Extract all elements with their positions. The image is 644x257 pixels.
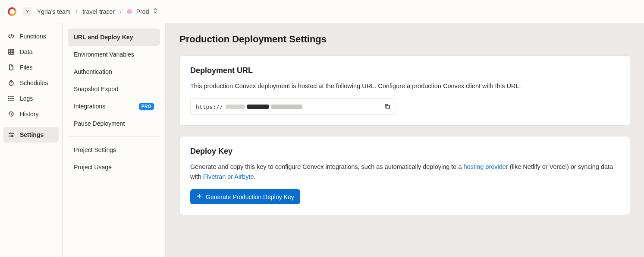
desc-text: Generate and copy this key to configure … bbox=[190, 163, 464, 170]
subnav-pause-deployment[interactable]: Pause Deployment bbox=[68, 115, 160, 132]
svg-point-9 bbox=[9, 97, 9, 97]
nav-files[interactable]: Files bbox=[3, 60, 59, 75]
hosting-provider-link[interactable]: hosting provider bbox=[464, 163, 508, 170]
file-icon bbox=[8, 64, 15, 71]
nav-label: Files bbox=[20, 64, 33, 71]
subnav-integrations[interactable]: Integrations PRO bbox=[68, 98, 160, 115]
card-heading: Deployment URL bbox=[190, 66, 619, 75]
subnav-label: Authentication bbox=[74, 68, 112, 75]
nav-data[interactable]: Data bbox=[3, 44, 59, 60]
svg-point-11 bbox=[9, 100, 9, 101]
secondary-sidebar: URL and Deploy Key Environment Variables… bbox=[62, 23, 166, 257]
env-dot-icon bbox=[127, 9, 132, 14]
generate-deploy-key-button[interactable]: Generate Production Deploy Key bbox=[190, 189, 300, 204]
subnav-url-deploy-key[interactable]: URL and Deploy Key bbox=[68, 29, 160, 46]
subnav-label: Pause Deployment bbox=[74, 120, 125, 127]
code-icon bbox=[8, 33, 15, 40]
team-avatar[interactable]: Y bbox=[23, 7, 32, 16]
nav-schedules[interactable]: Schedules bbox=[3, 75, 59, 91]
card-description: This production Convex deployment is hos… bbox=[190, 81, 619, 91]
desc-text: . bbox=[254, 173, 256, 180]
nav-label: Logs bbox=[20, 95, 33, 102]
breadcrumb-team[interactable]: Ygria's team bbox=[37, 8, 70, 15]
subnav-authentication[interactable]: Authentication bbox=[68, 63, 160, 80]
button-label: Generate Production Deploy Key bbox=[206, 194, 294, 200]
breadcrumb-separator: / bbox=[75, 8, 77, 15]
nav-label: Settings bbox=[20, 131, 44, 138]
breadcrumb-env[interactable]: Prod bbox=[127, 8, 158, 15]
url-prefix: https:// bbox=[196, 104, 223, 110]
subnav-snapshot-export[interactable]: Snapshot Export bbox=[68, 80, 160, 98]
primary-sidebar: Functions Data Files Schedules Logs Hist… bbox=[0, 23, 62, 257]
sliders-icon bbox=[8, 131, 15, 138]
deployment-url-card: Deployment URL This production Convex de… bbox=[179, 55, 630, 126]
subnav-label: Project Settings bbox=[74, 146, 116, 153]
plus-icon bbox=[196, 193, 202, 200]
subnav-divider bbox=[68, 136, 160, 137]
list-icon bbox=[8, 95, 15, 102]
url-redacted-segment bbox=[271, 105, 302, 109]
chevron-up-down-icon bbox=[153, 8, 157, 15]
nav-settings[interactable]: Settings bbox=[3, 127, 59, 143]
url-row: https:// bbox=[190, 98, 619, 115]
pro-badge: PRO bbox=[139, 103, 154, 110]
svg-rect-16 bbox=[386, 105, 390, 109]
breadcrumb-project[interactable]: travel-tracer bbox=[82, 8, 115, 15]
nav-label: Data bbox=[20, 48, 33, 55]
subnav-label: Integrations bbox=[74, 103, 105, 110]
nav-label: Schedules bbox=[20, 79, 48, 86]
copy-icon[interactable] bbox=[384, 103, 391, 110]
stopwatch-icon bbox=[8, 79, 15, 86]
subnav-env-vars[interactable]: Environment Variables bbox=[68, 46, 160, 63]
subnav-label: Project Usage bbox=[74, 164, 112, 171]
page-title: Production Deployment Settings bbox=[179, 34, 630, 45]
svg-point-15 bbox=[12, 136, 13, 137]
subnav-label: Environment Variables bbox=[74, 51, 134, 58]
subnav-label: Snapshot Export bbox=[74, 86, 119, 92]
convex-logo[interactable] bbox=[7, 6, 17, 17]
nav-functions[interactable]: Functions bbox=[3, 29, 59, 44]
subnav-project-settings[interactable]: Project Settings bbox=[68, 141, 160, 159]
nav-label: Functions bbox=[20, 33, 46, 40]
main-layout: Functions Data Files Schedules Logs Hist… bbox=[0, 23, 644, 257]
history-icon bbox=[8, 111, 15, 117]
deployment-url-box[interactable]: https:// bbox=[190, 98, 396, 115]
nav-logs[interactable]: Logs bbox=[3, 91, 59, 106]
svg-point-13 bbox=[10, 133, 11, 134]
fivetran-airbyte-link[interactable]: Fivetran or Airbyte bbox=[203, 173, 254, 180]
table-icon bbox=[8, 48, 15, 55]
breadcrumb: Y Ygria's team / travel-tracer / Prod bbox=[23, 7, 157, 16]
url-redacted-segment bbox=[247, 105, 269, 109]
card-description: Generate and copy this key to configure … bbox=[190, 162, 619, 181]
top-bar: Y Ygria's team / travel-tracer / Prod bbox=[0, 0, 644, 23]
nav-history[interactable]: History bbox=[3, 106, 59, 122]
card-heading: Deploy Key bbox=[190, 147, 619, 156]
breadcrumb-separator: / bbox=[120, 8, 122, 15]
env-label: Prod bbox=[136, 8, 149, 15]
deploy-key-card: Deploy Key Generate and copy this key to… bbox=[179, 136, 630, 215]
subnav-project-usage[interactable]: Project Usage bbox=[68, 159, 160, 176]
content-area: Production Deployment Settings Deploymen… bbox=[166, 23, 644, 257]
svg-rect-0 bbox=[9, 49, 14, 54]
svg-point-10 bbox=[9, 98, 9, 99]
url-redacted-segment bbox=[226, 105, 245, 109]
nav-label: History bbox=[20, 111, 39, 117]
subnav-label: URL and Deploy Key bbox=[74, 34, 133, 41]
